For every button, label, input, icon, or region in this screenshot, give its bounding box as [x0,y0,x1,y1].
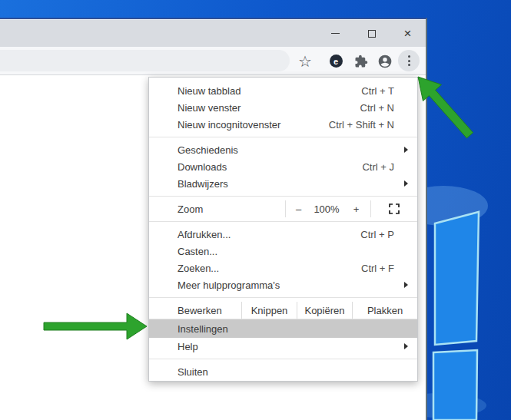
cut-button[interactable]: Knippen [241,302,297,319]
menu-separator [149,297,417,298]
window-titlebar: × [0,19,426,47]
copy-button[interactable]: Kopiëren [297,302,352,319]
zoom-in-button[interactable]: + [342,203,370,215]
browser-toolbar: ☆ e [0,47,426,75]
menu-item-new-tab[interactable]: Nieuw tabblad Ctrl + T [149,82,417,99]
menu-item-help[interactable]: Help [149,338,417,355]
profile-avatar-icon[interactable] [377,47,393,75]
screen: × ☆ e [0,0,511,420]
windows-pane-upper [435,212,479,345]
menu-item-shortcut: Ctrl + N [360,102,408,114]
close-icon: × [404,27,412,40]
submenu-arrow-icon [404,147,408,153]
avatar-glyph [377,54,393,69]
zoom-out-button[interactable]: – [286,203,311,215]
window-controls: × [317,20,426,47]
menu-dots-button[interactable] [398,50,420,71]
menu-separator [149,359,417,359]
menu-item-downloads[interactable]: Downloads Ctrl + J [149,158,417,175]
menu-item-label: Zoom [178,203,203,215]
menu-item-bookmarks[interactable]: Bladwijzers [149,175,417,192]
fullscreen-icon [389,203,400,214]
menu-item-label: Help [178,341,198,352]
menu-item-more-tools[interactable]: Meer hulpprogramma's [149,276,417,293]
menu-item-label: Meer hulpprogramma's [178,279,280,291]
windows-logo-panes [419,0,511,420]
submenu-arrow-icon [404,180,408,187]
menu-item-label: Sluiten [178,366,208,378]
menu-item-find[interactable]: Zoeken... Ctrl + F [149,260,417,276]
chrome-menu: Nieuw tabblad Ctrl + T Nieuw venster Ctr… [148,77,418,382]
menu-item-shortcut: Ctrl + J [362,161,408,173]
fullscreen-button[interactable] [389,203,400,214]
maximize-icon [368,30,376,38]
menu-item-label: Zoeken... [178,263,219,274]
menu-separator [149,196,417,197]
zoom-value: 100% [311,203,342,215]
extension-e-icon[interactable]: e [329,47,343,75]
close-button[interactable]: × [390,20,426,47]
menu-item-cast[interactable]: Casten... [149,243,417,260]
submenu-arrow-icon [404,282,408,288]
paste-button[interactable]: Plakken [352,302,417,319]
menu-item-zoom: Zoom – 100% + [149,200,417,217]
bookmark-star-icon[interactable]: ☆ [297,47,314,75]
menu-item-edit: Bewerken Knippen Kopiëren Plakken [149,302,417,319]
menu-separator [149,137,417,137]
menu-item-shortcut: Ctrl + P [360,229,408,240]
maximize-button[interactable] [353,20,390,47]
menu-item-shortcut: Ctrl + F [361,263,408,274]
edit-label: Bewerken [149,302,241,319]
puzzle-glyph [354,55,368,68]
minimize-icon [331,33,340,34]
extensions-puzzle-icon[interactable] [353,47,368,75]
menu-item-label: Nieuw tabblad [178,85,241,97]
windows-pane-lower [433,350,477,420]
extension-e-letter: e [330,55,343,68]
menu-item-label: Nieuw venster [178,102,241,114]
zoom-controls: – 100% + [285,200,371,217]
menu-item-new-incognito[interactable]: Nieuw incognitovenster Ctrl + Shift + N [149,116,417,133]
menu-item-label: Nieuw incognitovenster [178,119,280,131]
menu-item-label: Afdrukken... [178,229,231,240]
menu-item-new-window[interactable]: Nieuw venster Ctrl + N [149,99,417,116]
menu-item-label: Geschiedenis [178,144,238,156]
minimize-button[interactable] [317,20,353,47]
menu-item-print[interactable]: Afdrukken... Ctrl + P [149,226,417,243]
menu-item-label: Instellingen [178,323,228,335]
three-dots-icon [408,55,410,66]
menu-separator [149,221,417,222]
green-arrow-to-settings [40,309,151,344]
fullscreen-area [371,200,417,217]
menu-item-settings[interactable]: Instellingen [149,319,417,338]
menu-item-label: Downloads [178,161,227,173]
submenu-arrow-icon [404,343,408,349]
menu-item-label: Casten... [178,246,217,257]
menu-item-label: Bladwijzers [178,178,228,190]
menu-item-history[interactable]: Geschiedenis [149,141,417,158]
menu-item-exit[interactable]: Sluiten [149,363,417,380]
green-arrow-to-menu-icon [413,72,476,141]
menu-item-shortcut: Ctrl + Shift + N [329,119,408,131]
menu-item-shortcut: Ctrl + T [361,85,408,97]
address-bar[interactable] [0,50,290,71]
